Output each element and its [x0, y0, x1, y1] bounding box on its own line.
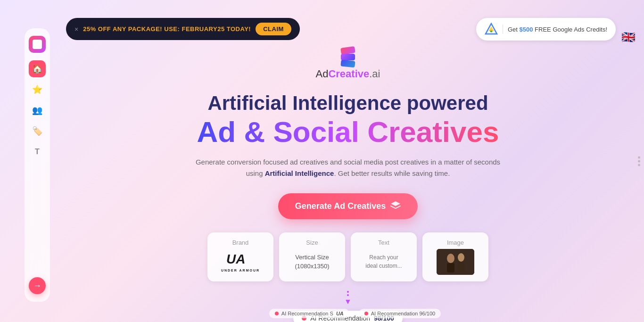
generate-ad-creatives-button[interactable]: Generate Ad Creatives — [278, 193, 418, 219]
image-card: Image — [422, 232, 488, 281]
sidebar-action-button[interactable]: → — [29, 277, 46, 294]
sidebar-item-team[interactable]: 👥 — [29, 102, 46, 119]
promo-text: 25% OFF ANY PACKAGE! USE: FEBRUARY25 TOD… — [83, 25, 251, 33]
svg-point-5 — [447, 254, 454, 263]
arrow-down-icon: ▼ — [344, 297, 352, 306]
language-flag[interactable]: 🇬🇧 — [621, 31, 636, 44]
size-text: Vertical Size (1080x1350) — [295, 253, 330, 271]
strip-item-2-text: AI Recommendation 96/100 — [371, 311, 435, 316]
google-banner-text: Get $500 FREE Google Ads Credits! — [508, 26, 607, 33]
team-icon: 👥 — [32, 105, 42, 116]
strip-item-1-text: AI Recommendation S — [281, 311, 333, 316]
scroll-dot-2 — [638, 160, 640, 162]
sidebar-logo[interactable] — [29, 36, 46, 53]
hero-subtitle: Generate conversion focused ad creatives… — [188, 157, 508, 179]
arrow-right-icon: → — [33, 281, 41, 291]
svg-text:UA: UA — [226, 252, 245, 266]
text-card: Text Reach your ideal custom... — [351, 232, 417, 281]
bottom-strip: AI Recommendation S UA AI Recommendation… — [66, 305, 644, 322]
svg-rect-6 — [447, 263, 454, 272]
sidebar: 🏠 ⭐ 👥 🏷️ T → — [25, 28, 50, 302]
google-banner-divider — [503, 25, 503, 34]
logo-stack-icon — [336, 47, 360, 68]
sidebar-item-text[interactable]: T — [29, 143, 46, 160]
strip-ua-icon: UA — [336, 311, 344, 316]
size-card: Size Vertical Size (1080x1350) — [279, 232, 345, 281]
scroll-handle — [638, 156, 640, 166]
promo-banner: × 25% OFF ANY PACKAGE! USE: FEBRUARY25 T… — [66, 18, 300, 40]
arrow-dot-2 — [347, 294, 349, 296]
reach-text: Reach your ideal custom... — [365, 253, 402, 270]
under-armour-logo: UA UNDER ARMOUR — [221, 251, 260, 272]
logo-container: AdCreative.ai — [315, 47, 380, 80]
sidebar-bottom: → — [29, 277, 46, 294]
headline-line2: Ad & Social Creatives — [197, 115, 499, 149]
tag-icon: 🏷️ — [32, 126, 42, 136]
sidebar-item-tags[interactable]: 🏷️ — [29, 123, 46, 140]
strip-item-2: AI Recommendation 96/100 — [359, 309, 441, 318]
brand-logo-area: UA UNDER ARMOUR — [215, 249, 266, 275]
size-content: Vertical Size (1080x1350) — [287, 249, 338, 275]
logo-text: AdCreative.ai — [315, 68, 380, 80]
svg-point-7 — [458, 253, 464, 262]
feature-cards: Brand UA UNDER ARMOUR Size Vertical Size… — [207, 232, 488, 281]
sidebar-item-home[interactable]: 🏠 — [29, 60, 46, 77]
arrow-dot-1 — [347, 291, 349, 293]
brand-name-text: UNDER ARMOUR — [221, 269, 260, 272]
promo-close-icon[interactable]: × — [74, 25, 78, 33]
strip-item-1: AI Recommendation S UA — [269, 309, 349, 318]
star-icon: ⭐ — [32, 84, 42, 95]
generate-btn-label: Generate Ad Creatives — [295, 201, 386, 211]
headline-line1: Artificial Intelligence powered — [207, 91, 488, 115]
generate-btn-icon — [390, 201, 401, 212]
image-card-label: Image — [447, 239, 464, 246]
brand-card-label: Brand — [232, 239, 249, 246]
image-thumb-svg — [437, 249, 474, 275]
image-content — [430, 249, 481, 275]
claim-button[interactable]: CLAIM — [256, 23, 291, 35]
text-content: Reach your ideal custom... — [358, 249, 409, 275]
logo-mark — [33, 40, 42, 49]
google-ads-icon — [485, 23, 498, 36]
google-ads-banner: Get $500 FREE Google Ads Credits! — [476, 18, 616, 41]
arrow-connector: ▼ — [344, 291, 352, 306]
scroll-dot-1 — [638, 156, 640, 158]
text-card-label: Text — [378, 239, 389, 246]
svg-rect-8 — [458, 262, 464, 272]
arrow-dots: ▼ — [344, 291, 352, 306]
logo-box-bottom — [340, 59, 355, 67]
home-icon: 🏠 — [32, 64, 42, 74]
brand-card: Brand UA UNDER ARMOUR — [207, 232, 273, 281]
svg-rect-4 — [437, 249, 474, 275]
main-content: AdCreative.ai Artificial Intelligence po… — [66, 47, 630, 322]
scroll-dot-3 — [638, 164, 640, 166]
size-card-label: Size — [306, 239, 318, 246]
text-icon: T — [35, 148, 40, 156]
sidebar-item-favorites[interactable]: ⭐ — [29, 81, 46, 98]
ua-logo-svg: UA — [224, 251, 257, 268]
product-image-thumb — [437, 249, 474, 275]
